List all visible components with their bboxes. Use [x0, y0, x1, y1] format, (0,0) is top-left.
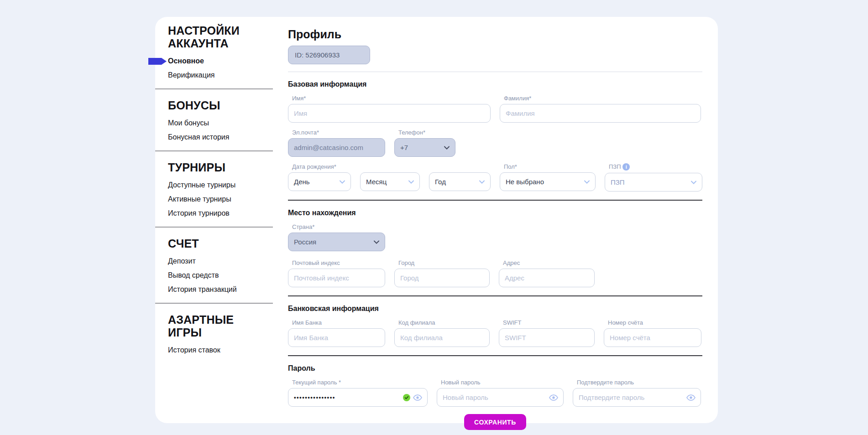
divider	[288, 72, 702, 72]
new-password-input[interactable]	[437, 388, 564, 407]
phone-code-select[interactable]: +7	[394, 138, 455, 157]
sidebar-item-active-tournaments[interactable]: Активные турниры	[168, 195, 288, 203]
sidebar-divider	[155, 227, 273, 228]
sidebar-item-label: Бонусная история	[168, 133, 229, 141]
sidebar-item-tournament-history[interactable]: История турниров	[168, 209, 288, 218]
sidebar-section-title-tournaments: ТУРНИРЫ	[155, 161, 264, 174]
confirm-password-label: Подтвердите пароль	[577, 379, 701, 386]
sidebar-item-bonus-history[interactable]: Бонусная история	[168, 133, 288, 141]
confirm-password-input[interactable]	[573, 388, 701, 407]
email-field	[288, 138, 385, 157]
sidebar-item-label: История ставок	[168, 346, 220, 354]
address-input[interactable]	[499, 269, 595, 287]
account-number-label: Номер счёта	[608, 319, 701, 326]
last-name-input[interactable]	[500, 104, 701, 123]
branch-code-input[interactable]	[394, 328, 490, 347]
day-select-value: День	[294, 178, 310, 186]
country-select[interactable]: Россия	[288, 233, 385, 251]
new-password-wrap	[437, 388, 564, 407]
confirm-password-wrap	[573, 388, 701, 407]
pep-label-text: ПЗП	[609, 163, 621, 170]
sidebar-item-main[interactable]: Основное	[168, 57, 288, 65]
month-select[interactable]: Месяц	[360, 172, 420, 191]
sidebar-item-transaction-history[interactable]: История транзакций	[168, 285, 288, 294]
last-name-label: Фамилия*	[504, 95, 701, 102]
chevron-down-icon	[374, 240, 379, 244]
pep-select[interactable]: ПЗП	[605, 173, 702, 192]
chevron-down-icon	[691, 181, 696, 184]
gender-select[interactable]: Не выбрано	[500, 172, 596, 191]
info-icon[interactable]: i	[622, 163, 630, 171]
chevron-down-icon	[479, 180, 485, 184]
email-label: Эл.почта*	[292, 129, 385, 136]
chevron-down-icon	[444, 146, 450, 150]
sidebar-divider	[155, 150, 273, 151]
phone-label: Телефон*	[398, 129, 455, 136]
first-name-label: Имя*	[292, 95, 491, 102]
profile-content: Профиль ID: 526906933 Базовая информация…	[288, 17, 719, 423]
swift-input[interactable]	[499, 328, 595, 347]
sidebar-item-my-bonuses[interactable]: Мои бонусы	[168, 119, 288, 127]
current-password-label: Текущий пароль *	[292, 379, 428, 386]
active-item-arrow-icon	[148, 58, 167, 65]
section-divider	[288, 295, 702, 296]
sidebar-item-label: Депозит	[168, 257, 196, 265]
account-settings-card: НАСТРОЙКИ АККАУНТА Основное Верификация …	[155, 17, 718, 423]
year-select-value: Год	[435, 178, 446, 186]
sidebar-divider	[155, 88, 273, 89]
pep-label: ПЗП i	[609, 163, 702, 171]
first-name-input[interactable]	[288, 104, 491, 123]
month-select-value: Месяц	[366, 178, 387, 186]
sidebar-item-verification[interactable]: Верификация	[168, 71, 288, 79]
gender-label: Пол*	[504, 163, 596, 170]
sidebar-section-title-account-settings: НАСТРОЙКИ АККАУНТА	[155, 24, 264, 50]
country-label: Страна*	[292, 223, 385, 230]
sidebar-item-label: Активные турниры	[168, 195, 231, 203]
sidebar-item-label: Вывод средств	[168, 271, 219, 279]
page-title: Профиль	[288, 28, 702, 41]
country-select-value: Россия	[294, 238, 316, 246]
valid-check-icon	[403, 394, 410, 401]
birth-date-label: Дата рождения*	[292, 163, 351, 170]
city-input[interactable]	[394, 269, 490, 287]
password-heading: Пароль	[288, 364, 702, 373]
chevron-down-icon	[408, 180, 414, 184]
current-password-wrap	[288, 388, 428, 407]
bank-name-input[interactable]	[288, 328, 385, 347]
sidebar-section-title-gambling: АЗАРТНЫЕ ИГРЫ	[155, 313, 264, 339]
postal-code-label: Почтовый индекс	[292, 259, 385, 266]
year-select[interactable]: Год	[429, 172, 491, 191]
sidebar-item-label: Верификация	[168, 71, 215, 79]
account-number-input[interactable]	[604, 328, 701, 347]
day-select[interactable]: День	[288, 172, 351, 191]
pep-select-value: ПЗП	[611, 178, 625, 186]
chevron-down-icon	[584, 180, 590, 184]
user-id-field: ID: 526906933	[288, 46, 370, 64]
sidebar-item-available-tournaments[interactable]: Доступные турниры	[168, 181, 288, 189]
city-label: Город	[398, 259, 490, 266]
location-heading: Место нахождения	[288, 209, 702, 217]
sidebar-divider	[155, 303, 273, 304]
bank-name-label: Имя Банка	[292, 319, 385, 326]
section-divider	[288, 200, 702, 201]
chevron-down-icon	[340, 180, 345, 184]
gender-select-value: Не выбрано	[506, 178, 544, 186]
sidebar-item-label: Основное	[168, 57, 204, 65]
postal-code-input[interactable]	[288, 269, 385, 287]
swift-label: SWIFT	[503, 319, 595, 326]
sidebar-item-deposit[interactable]: Депозит	[168, 257, 288, 265]
sidebar-section-title-account: СЧЕТ	[155, 237, 264, 250]
year-label-spacer	[433, 163, 491, 170]
sidebar: НАСТРОЙКИ АККАУНТА Основное Верификация …	[155, 17, 288, 423]
eye-icon[interactable]	[549, 394, 558, 401]
branch-code-label: Код филиала	[398, 319, 490, 326]
eye-icon[interactable]	[686, 394, 695, 401]
basic-info-heading: Базовая информация	[288, 80, 702, 88]
save-button[interactable]: СОХРАНИТЬ	[464, 414, 526, 430]
new-password-label: Новый пароль	[441, 379, 564, 386]
sidebar-item-bet-history[interactable]: История ставок	[168, 346, 288, 354]
phone-code-value: +7	[400, 144, 408, 151]
section-divider	[288, 355, 702, 356]
sidebar-item-withdrawal[interactable]: Вывод средств	[168, 271, 288, 280]
eye-icon[interactable]	[413, 394, 422, 401]
